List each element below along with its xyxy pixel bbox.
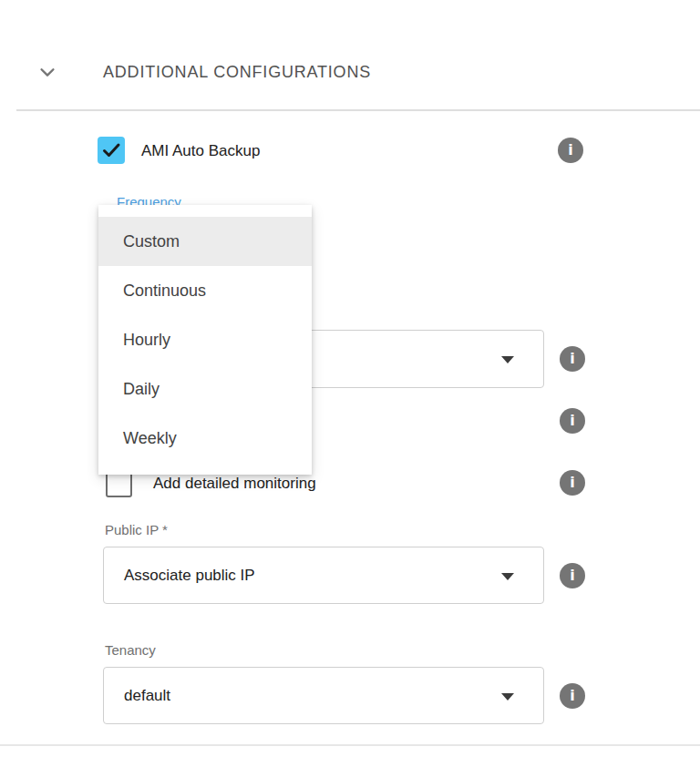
detailed-monitoring-label: Add detailed monitoring [153,475,316,493]
info-icon[interactable]: i [560,346,585,372]
caret-down-icon [501,356,514,363]
additional-configurations-section: ADDITIONAL CONFIGURATIONS AMI Auto Backu… [0,0,700,757]
section-title: ADDITIONAL CONFIGURATIONS [103,63,371,82]
menu-item-weekly[interactable]: Weekly [98,414,312,463]
divider [0,744,700,746]
menu-item-daily[interactable]: Daily [98,364,312,414]
info-icon[interactable]: i [560,563,585,588]
info-icon[interactable]: i [558,138,583,163]
ami-auto-backup-checkbox[interactable] [98,137,125,164]
menu-item-continuous[interactable]: Continuous [98,266,312,315]
tenancy-select[interactable]: default [103,667,544,724]
public-ip-value: Associate public IP [124,567,255,585]
section-collapse-button[interactable] [36,61,58,83]
checkmark-icon [100,139,122,161]
tenancy-value: default [124,687,170,705]
detailed-monitoring-checkbox[interactable] [106,471,132,497]
info-icon[interactable]: i [560,470,585,496]
caret-down-icon [501,693,514,701]
info-icon[interactable]: i [560,408,585,434]
public-ip-label: Public IP * [105,522,168,538]
ami-auto-backup-label: AMI Auto Backup [141,142,260,160]
info-icon[interactable]: i [560,683,585,709]
divider [16,109,700,111]
public-ip-select[interactable]: Associate public IP [103,547,544,604]
menu-item-custom[interactable]: Custom [98,217,312,266]
menu-item-hourly[interactable]: Hourly [98,315,312,364]
tenancy-label: Tenancy [105,642,156,659]
chevron-down-icon [37,62,57,82]
frequency-dropdown-menu: Custom Continuous Hourly Daily Weekly [98,205,312,475]
caret-down-icon [501,573,514,580]
